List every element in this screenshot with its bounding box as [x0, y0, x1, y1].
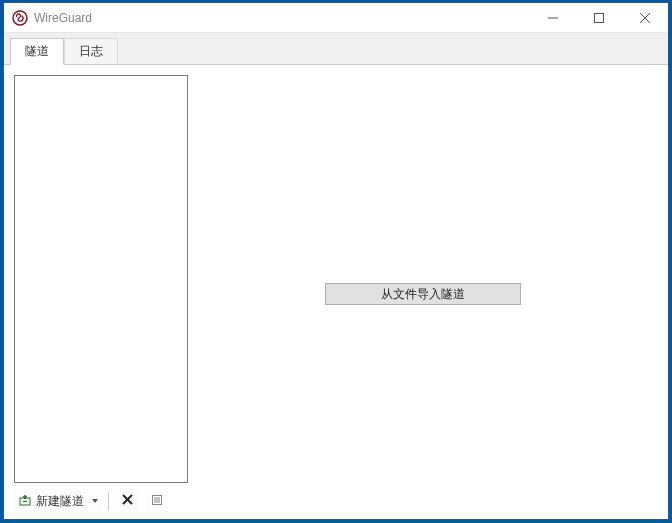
svg-point-0 — [13, 11, 27, 25]
tab-log-label: 日志 — [79, 44, 103, 58]
chevron-down-icon — [92, 499, 98, 503]
new-tunnel-button[interactable]: 新建隧道 — [14, 490, 102, 512]
client-area: 隧道 日志 — [4, 33, 668, 519]
tab-strip: 隧道 日志 — [4, 33, 668, 65]
close-button[interactable] — [622, 3, 668, 32]
new-tunnel-icon — [18, 493, 32, 510]
app-icon — [12, 10, 28, 26]
left-toolbar: 新建隧道 — [14, 483, 188, 513]
right-pane: 从文件导入隧道 — [188, 75, 658, 513]
tab-tunnel[interactable]: 隧道 — [10, 38, 64, 65]
titlebar: WireGuard — [4, 3, 668, 33]
tab-tunnel-label: 隧道 — [25, 44, 49, 58]
window-title: WireGuard — [34, 11, 92, 25]
tunnel-list[interactable] — [14, 75, 188, 483]
tab-content: 新建隧道 — [4, 65, 668, 519]
left-pane: 新建隧道 — [14, 75, 188, 513]
window-controls — [530, 3, 668, 32]
export-icon — [151, 494, 163, 509]
new-tunnel-label: 新建隧道 — [36, 493, 84, 510]
svg-rect-2 — [595, 13, 604, 22]
maximize-button[interactable] — [576, 3, 622, 32]
toolbar-separator — [108, 492, 109, 510]
app-window: WireGuard 隧道 日志 — [3, 2, 669, 520]
export-tunnel-button[interactable] — [145, 490, 169, 512]
minimize-button[interactable] — [530, 3, 576, 32]
tab-log[interactable]: 日志 — [64, 38, 118, 65]
delete-tunnel-button[interactable] — [115, 490, 139, 512]
import-from-file-button[interactable]: 从文件导入隧道 — [325, 283, 521, 305]
titlebar-left: WireGuard — [4, 10, 530, 26]
close-icon — [122, 494, 133, 508]
import-button-label: 从文件导入隧道 — [381, 286, 465, 303]
